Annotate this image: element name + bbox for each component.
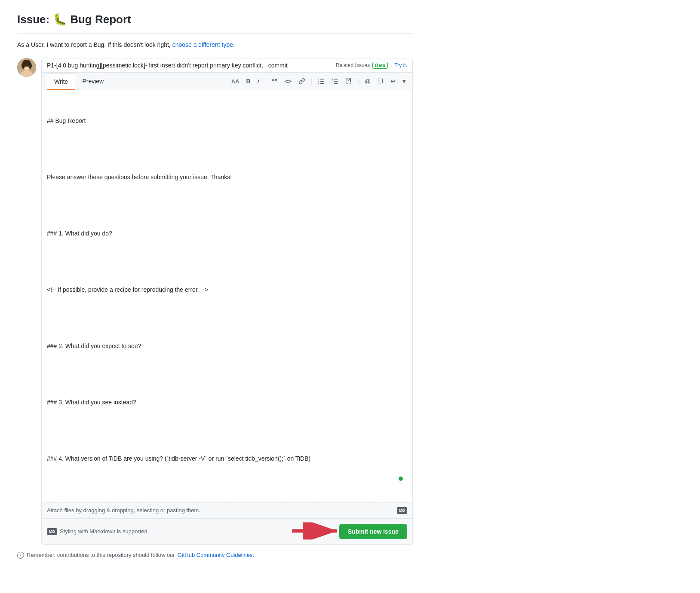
content-line-5: ### 1. What did you do? <box>47 229 407 239</box>
avatar <box>17 58 36 77</box>
markdown-icon-small: MD <box>397 507 407 514</box>
related-issues-row: Related Issues Beta . Try it. <box>331 62 407 69</box>
content-line-1: ## Bug Report <box>47 116 407 126</box>
editor-toolbar: Write Preview AA B i “” <> <box>42 73 412 90</box>
bold-icon[interactable]: B <box>244 76 252 86</box>
more-icon[interactable]: ▾ <box>401 76 407 86</box>
svg-point-6 <box>28 63 32 69</box>
content-line-11: ### 3. What did you see instead? <box>47 397 407 408</box>
ordered-list-icon[interactable] <box>330 76 340 86</box>
page-title: Issue: 🐛 Bug Report <box>17 13 413 26</box>
try-it-link[interactable]: Try it. <box>394 62 407 68</box>
title-emoji: 🐛 <box>53 13 67 26</box>
title-input-row: Related Issues Beta . Try it. <box>42 58 412 73</box>
title-divider <box>17 33 413 34</box>
editor-content[interactable]: ## Bug Report Please answer these questi… <box>42 90 412 502</box>
title-text: Bug Report <box>70 13 131 26</box>
dot-separator: . <box>390 62 392 68</box>
content-line-9: ### 2. What did you expect to see? <box>47 341 407 352</box>
subtitle: As a User, I want to report a Bug. If th… <box>17 40 413 49</box>
reply-icon[interactable]: ↩ <box>389 76 397 86</box>
related-issues-label: Related Issues <box>336 62 370 68</box>
content-line-13: ### 4. What version of TiDB are you usin… <box>47 454 407 464</box>
title-prefix: Issue: <box>17 13 49 26</box>
choose-different-type-link[interactable]: choose a different type. <box>172 41 235 48</box>
toolbar-icons: AA B i “” <> <box>230 76 407 86</box>
form-area: Related Issues Beta . Try it. Write Prev… <box>41 58 413 545</box>
italic-icon[interactable]: i <box>256 76 261 86</box>
toolbar-sep-3 <box>358 78 359 85</box>
task-list-icon[interactable] <box>344 76 354 86</box>
markdown-supported: MD Styling with Markdown is supported <box>47 528 147 535</box>
link-icon[interactable] <box>297 76 307 86</box>
heading-icon[interactable]: AA <box>230 76 241 86</box>
tab-preview[interactable]: Preview <box>75 73 111 90</box>
code-icon[interactable]: <> <box>282 76 293 86</box>
avatar-image <box>17 58 36 77</box>
beta-badge: Beta <box>372 62 388 69</box>
toolbar-sep-2 <box>311 78 312 85</box>
community-note-text: Remember, contributions to this reposito… <box>27 552 175 558</box>
svg-point-5 <box>21 63 25 69</box>
green-dot <box>399 477 403 481</box>
markdown-supported-text: Styling with Markdown is supported <box>60 528 147 535</box>
info-icon: i <box>17 552 24 559</box>
drag-drop-area[interactable]: Attach files by dragging & dropping, sel… <box>42 502 412 518</box>
form-footer: MD Styling with Markdown is supported Su… <box>42 518 412 544</box>
markdown-md-badge: MD <box>47 528 57 535</box>
arrow-indicator <box>292 522 344 541</box>
community-guidelines-link[interactable]: GitHub Community Guidelines. <box>178 552 254 558</box>
drag-drop-text: Attach files by dragging & dropping, sel… <box>47 507 200 514</box>
issue-form-row: Related Issues Beta . Try it. Write Prev… <box>17 58 413 545</box>
toolbar-sep-1 <box>265 78 265 85</box>
quote-icon[interactable]: “” <box>270 76 279 86</box>
tab-write[interactable]: Write <box>47 73 75 90</box>
issue-title-input[interactable] <box>47 62 331 69</box>
unordered-list-icon[interactable] <box>316 76 326 86</box>
community-note: i Remember, contributions to this reposi… <box>17 552 413 559</box>
submit-new-issue-button[interactable]: Submit new issue <box>339 524 407 539</box>
reference-icon[interactable] <box>376 76 385 86</box>
subtitle-text: As a User, I want to report a Bug. If th… <box>17 41 171 48</box>
content-line-3: Please answer these questions before sub… <box>47 172 407 183</box>
mention-icon[interactable]: @ <box>363 76 372 86</box>
content-line-7: <!-- If possible, provide a recipe for r… <box>47 285 407 295</box>
